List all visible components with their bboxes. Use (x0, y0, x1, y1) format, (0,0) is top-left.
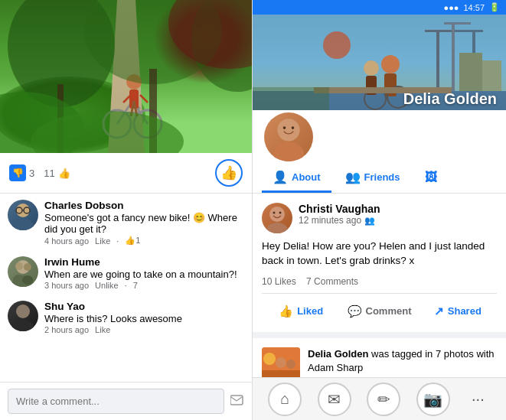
svg-point-30 (22, 275, 33, 285)
svg-point-63 (263, 353, 276, 365)
shu-name: Shu Yao (44, 301, 244, 312)
svg-rect-42 (459, 53, 482, 91)
christi-avatar-img (262, 203, 292, 233)
comment-input[interactable] (8, 389, 224, 414)
liked-icon: 👍 (279, 304, 293, 318)
audience-icon: 👥 (364, 216, 375, 226)
status-bar: ●●● 14:57 🔋 (253, 0, 506, 15)
shu-time: 2 hours ago (44, 325, 89, 334)
svg-point-60 (279, 212, 282, 214)
svg-rect-62 (262, 370, 300, 377)
christi-avatar (262, 203, 292, 233)
svg-point-59 (273, 212, 276, 214)
clock: 14:57 (463, 3, 485, 12)
svg-point-53 (277, 119, 299, 141)
irwin-avatar-img (8, 256, 38, 287)
svg-rect-43 (482, 60, 501, 91)
home-icon: ⌂ (280, 390, 289, 408)
comments-list: Charles Dobson Someone's got a fancy new… (0, 194, 252, 382)
feed-post: Christi Vaughan 12 minutes ago 👥 Hey Del… (253, 194, 506, 332)
shu-avatar-img (8, 301, 38, 331)
photos-icon: 🖼 (425, 171, 437, 184)
share-button[interactable]: ↗ Shared (419, 300, 497, 323)
svg-point-52 (323, 31, 351, 59)
liked-button[interactable]: 👍 Liked (262, 300, 340, 323)
shu-meta: 2 hours ago Like (44, 325, 244, 334)
like-label: 👍 (58, 168, 70, 179)
charles-like-action[interactable]: Like (95, 236, 110, 246)
charles-time: 4 hours ago (44, 236, 89, 246)
comment-item: Irwin Hume When are we going to take on … (8, 256, 244, 290)
negative-count: 👎 3 (9, 164, 34, 181)
svg-point-57 (269, 207, 285, 222)
friends-icon: 👥 (345, 170, 361, 184)
svg-point-31 (16, 304, 30, 318)
svg-line-35 (237, 397, 242, 401)
svg-point-46 (364, 60, 379, 76)
home-nav-button[interactable]: ⌂ (268, 383, 302, 416)
svg-point-21 (12, 219, 34, 230)
tagged-text: Delia Golden was tagged in 7 photos with… (308, 347, 497, 375)
tab-photos[interactable]: 🖼 (414, 164, 448, 193)
share-icon: ↗ (434, 304, 444, 318)
charles-like-count: 👍1 (125, 236, 140, 246)
svg-point-56 (292, 126, 295, 129)
charles-name: Charles Dobson (44, 200, 244, 211)
dislike-icon: 👎 (9, 164, 26, 181)
tagged-author: Delia Golden (308, 348, 368, 360)
charles-text: Someone's got a fancy new bike! 😊 Where … (44, 212, 244, 235)
svg-rect-40 (452, 22, 455, 91)
svg-point-55 (283, 126, 286, 129)
tagged-post-avatar (262, 347, 300, 377)
svg-rect-33 (230, 396, 243, 405)
comment-item: Charles Dobson Someone's got a fancy new… (8, 200, 244, 246)
svg-point-28 (24, 263, 31, 271)
battery-icon: 🔋 (489, 2, 500, 12)
comment-icon: 💬 (348, 304, 362, 318)
camera-nav-button[interactable]: 📷 (416, 383, 450, 416)
right-feed: Christi Vaughan 12 minutes ago 👥 Hey Del… (253, 194, 506, 377)
reaction-bar: 👎 3 11 👍 👍 (0, 153, 252, 194)
charles-meta: 4 hours ago Like · 👍1 (44, 236, 244, 246)
comment-send-icon[interactable] (230, 394, 244, 409)
shu-text: Where is this? Looks awesome (44, 313, 244, 324)
irwin-name: Irwin Hume (44, 256, 244, 268)
tab-about[interactable]: 👤 About (262, 164, 331, 193)
messages-nav-button[interactable]: ✉ (318, 383, 351, 416)
profile-name-overlay: Delia Golden (403, 90, 497, 108)
delia-avatar-img (264, 110, 313, 164)
compose-icon: ✏ (377, 390, 390, 409)
comment-item: Shu Yao Where is this? Looks awesome 2 h… (8, 301, 244, 334)
shu-like-action[interactable]: Like (95, 325, 110, 334)
tab-friends-label: Friends (364, 171, 400, 183)
irwin-unlike-action[interactable]: Unlike (95, 281, 119, 290)
irwin-like-count: 7 (133, 281, 138, 290)
svg-point-64 (276, 357, 286, 368)
compose-nav-button[interactable]: ✏ (367, 383, 400, 416)
christi-post-body: Hey Delia! How are you? Helen and I just… (262, 239, 497, 269)
svg-line-34 (231, 397, 237, 401)
irwin-avatar (8, 256, 38, 287)
camera-icon: 📷 (423, 390, 442, 409)
christi-author: Christi Vaughan (299, 203, 497, 215)
more-nav-button[interactable]: ··· (465, 384, 491, 414)
tagged-content: Delia Golden was tagged in 7 photos with… (308, 347, 497, 377)
comment-button[interactable]: 💬 Comment (340, 300, 418, 323)
irwin-meta: 3 hours ago Unlike · 7 (44, 281, 244, 290)
more-icon: ··· (472, 390, 485, 407)
post-actions: 👍 Liked 💬 Comment ↗ Shared (262, 300, 497, 323)
left-hero-image (0, 0, 253, 153)
signal-icon: ●●● (444, 3, 459, 12)
post-likes: 10 Likes (262, 276, 296, 287)
positive-count: 11 👍 (44, 168, 70, 179)
like-button[interactable]: 👍 (215, 159, 243, 187)
profile-avatar[interactable] (262, 110, 315, 164)
charles-avatar-img (8, 200, 38, 230)
share-label: Shared (448, 305, 482, 317)
svg-point-58 (266, 223, 288, 233)
tab-about-label: About (292, 171, 321, 183)
tab-friends[interactable]: 👥 Friends (335, 164, 411, 193)
liked-label: Liked (297, 305, 323, 317)
post-comments: 7 Comments (306, 276, 358, 287)
profile-tabs: 👤 About 👥 Friends 🖼 (253, 164, 506, 194)
